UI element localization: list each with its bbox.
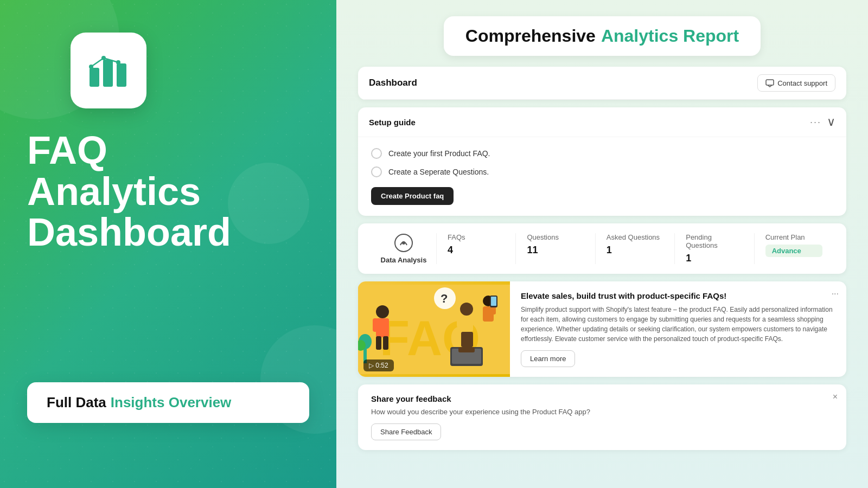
- setup-guide-title: Setup guide: [369, 118, 416, 127]
- badge-black-text: Full Data: [47, 394, 106, 411]
- svg-rect-13: [373, 318, 378, 332]
- contact-support-button[interactable]: Contact support: [757, 74, 835, 92]
- setup-dots[interactable]: ···: [810, 117, 821, 128]
- svg-rect-15: [376, 336, 381, 350]
- report-title-black: Comprehensive: [465, 26, 596, 46]
- svg-point-20: [460, 303, 473, 316]
- promo-content: ··· Elevate sales, build trust with prod…: [510, 281, 846, 377]
- data-analysis-icon: [394, 233, 413, 253]
- dashboard-title: Dashboard: [369, 78, 417, 88]
- report-title-box: Comprehensive Analytics Report: [444, 16, 761, 56]
- feedback-title: Share your feedback: [371, 394, 833, 403]
- data-analysis-label: Data Analysis: [381, 256, 427, 264]
- report-title-green: Analytics Report: [601, 26, 739, 46]
- promo-card: FAQ: [358, 281, 846, 377]
- radio-1[interactable]: [371, 148, 382, 159]
- data-icon-column: Data Analysis: [371, 233, 436, 264]
- svg-rect-0: [90, 68, 99, 87]
- svg-rect-25: [461, 332, 473, 347]
- logo-box: [71, 33, 146, 108]
- data-row: Data Analysis FAQs 4 Questions 11 Asked …: [371, 233, 833, 264]
- setup-guide-body: Create your first Product FAQ. Create a …: [358, 137, 846, 216]
- svg-rect-22: [457, 316, 462, 328]
- svg-rect-26: [458, 347, 475, 352]
- support-icon: [765, 79, 774, 87]
- svg-point-11: [376, 305, 389, 318]
- check-item-1: Create your first Product FAQ.: [371, 148, 833, 159]
- stat-questions: Questions 11: [515, 233, 595, 264]
- left-panel: FAQ Analytics Dashboard Full Data Insigh…: [0, 0, 336, 488]
- stat-plan: Current Plan Advance: [754, 233, 833, 264]
- promo-image: FAQ: [358, 281, 510, 377]
- plan-badge: Advance: [765, 245, 822, 257]
- insights-badge: Full Data Insights Overview: [27, 382, 309, 423]
- feedback-close-button[interactable]: ×: [833, 392, 838, 402]
- stat-pending: Pending Questions 1: [674, 233, 754, 264]
- svg-rect-2: [117, 63, 126, 87]
- dashboard-card: Dashboard Contact support: [358, 67, 846, 100]
- setup-chevron[interactable]: ∨: [827, 115, 835, 129]
- create-product-faq-button[interactable]: Create Product faq: [371, 187, 454, 205]
- setup-guide-header: Setup guide ··· ∨: [358, 107, 846, 137]
- radio-2[interactable]: [371, 166, 382, 177]
- svg-rect-14: [384, 318, 389, 332]
- feedback-card: × Share your feedback How would you desc…: [358, 384, 846, 450]
- promo-description: Simplify product support with Shopify's …: [521, 305, 835, 344]
- stat-asked: Asked Questions 1: [595, 233, 674, 264]
- learn-more-button[interactable]: Learn more: [521, 350, 575, 367]
- svg-rect-6: [766, 80, 774, 85]
- data-stats: FAQs 4 Questions 11 Asked Questions 1 Pe…: [436, 233, 833, 264]
- check-item-2: Create a Seperate Questions.: [371, 166, 833, 177]
- setup-guide-actions: ··· ∨: [810, 115, 835, 129]
- video-badge[interactable]: ▷ 0:52: [363, 359, 394, 371]
- feedback-description: How would you describe your experience u…: [371, 408, 833, 416]
- svg-rect-1: [103, 60, 113, 87]
- setup-guide-card: Setup guide ··· ∨ Create your first Prod…: [358, 107, 846, 216]
- main-title: FAQ Analytics Dashboard: [27, 130, 231, 253]
- promo-dots[interactable]: ···: [832, 289, 839, 299]
- svg-point-3: [89, 65, 93, 69]
- svg-text:?: ?: [441, 292, 448, 305]
- svg-point-5: [116, 60, 120, 65]
- stat-faqs: FAQs 4: [436, 233, 515, 264]
- promo-title: Elevate sales, build trust with product-…: [521, 291, 835, 300]
- right-panel: Comprehensive Analytics Report Dashboard…: [336, 0, 868, 488]
- svg-point-8: [402, 241, 405, 245]
- svg-point-4: [101, 56, 106, 60]
- share-feedback-button[interactable]: Share Feedback: [371, 423, 441, 440]
- badge-green-text: Insights Overview: [111, 394, 232, 411]
- svg-rect-16: [383, 336, 388, 350]
- dashboard-header: Dashboard Contact support: [358, 67, 846, 100]
- svg-rect-31: [491, 297, 496, 306]
- data-analysis-card: Data Analysis FAQs 4 Questions 11 Asked …: [358, 223, 846, 274]
